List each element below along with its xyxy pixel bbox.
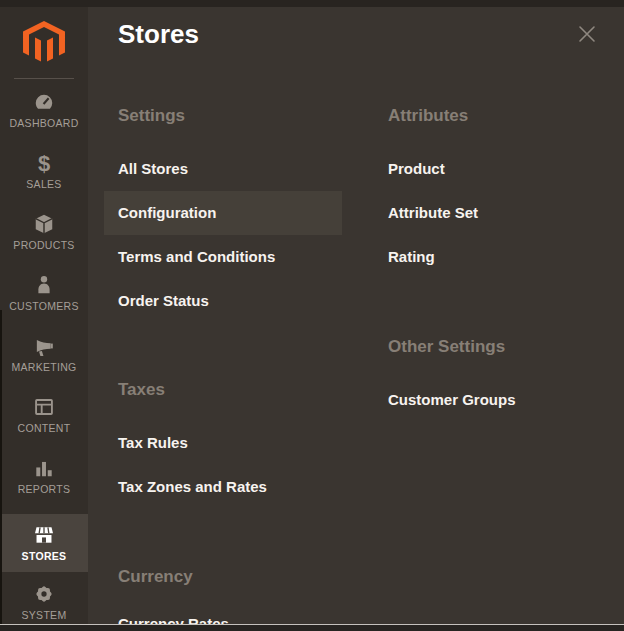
person-icon [33, 274, 55, 296]
bar-chart-icon [33, 457, 55, 479]
magento-logo[interactable] [21, 20, 67, 64]
sidebar-item-customers[interactable]: CUSTOMERS [0, 263, 88, 323]
group-item-list: All Stores Configuration Terms and Condi… [104, 147, 342, 323]
sidebar-item-label: MARKETING [11, 361, 76, 373]
group-item-list: Customer Groups [374, 378, 612, 422]
sidebar-item-label: CONTENT [18, 422, 71, 434]
sidebar-item-label: SYSTEM [22, 609, 67, 621]
gear-icon [33, 583, 55, 605]
megaphone-icon [33, 335, 55, 357]
group-attributes: Attributes Product Attribute Set Rating [374, 99, 612, 279]
group-title: Currency [104, 560, 342, 594]
group-title: Taxes [104, 373, 342, 407]
flyout-title: Stores [118, 17, 199, 51]
sidebar-divider [14, 78, 74, 79]
sidebar-item-label: SALES [26, 178, 61, 190]
menu-item-attribute-set[interactable]: Attribute Set [374, 191, 612, 235]
sidebar-item-label: CUSTOMERS [9, 300, 79, 312]
group-item-list: Tax Rules Tax Zones and Rates [104, 421, 342, 509]
group-title: Settings [104, 99, 342, 133]
sidebar-item-sales[interactable]: $ SALES [0, 141, 88, 201]
group-currency: Currency Currency Rates [104, 560, 342, 631]
menu-item-all-stores[interactable]: All Stores [104, 147, 342, 191]
sidebar-item-label: DASHBOARD [9, 117, 78, 129]
sidebar-item-stores[interactable]: STORES [0, 514, 88, 572]
menu-item-order-status[interactable]: Order Status [104, 279, 342, 323]
sidebar-item-label: STORES [22, 550, 67, 562]
menu-item-customer-groups[interactable]: Customer Groups [374, 378, 612, 422]
magento-logo-icon [23, 21, 65, 63]
menu-item-rating[interactable]: Rating [374, 235, 612, 279]
group-taxes: Taxes Tax Rules Tax Zones and Rates [104, 373, 342, 509]
page-bottom-edge [0, 624, 624, 631]
menu-item-product[interactable]: Product [374, 147, 612, 191]
top-header-strip [0, 0, 624, 7]
stores-flyout-menu: Stores Settings All Stores Configuration… [88, 7, 624, 631]
storefront-icon [33, 524, 55, 546]
box-icon [33, 213, 55, 235]
group-item-list: Product Attribute Set Rating [374, 147, 612, 279]
close-button[interactable] [574, 21, 600, 47]
menu-item-terms-and-conditions[interactable]: Terms and Conditions [104, 235, 342, 279]
menu-item-tax-rules[interactable]: Tax Rules [104, 421, 342, 465]
menu-item-configuration[interactable]: Configuration [104, 191, 342, 235]
sidebar-item-system[interactable]: SYSTEM [0, 572, 88, 631]
sidebar-item-reports[interactable]: REPORTS [0, 446, 88, 506]
window-left-edge [0, 310, 2, 624]
sidebar-item-marketing[interactable]: MARKETING [0, 324, 88, 384]
group-other-settings: Other Settings Customer Groups [374, 330, 612, 422]
svg-text:$: $ [38, 152, 50, 174]
sidebar-item-products[interactable]: PRODUCTS [0, 202, 88, 262]
layout-icon [33, 396, 55, 418]
admin-sidebar: DASHBOARD $ SALES PRODUCTS CUSTOMERS MAR… [0, 7, 88, 631]
sidebar-item-label: PRODUCTS [13, 239, 74, 251]
dollar-icon: $ [33, 152, 55, 174]
menu-item-tax-zones-and-rates[interactable]: Tax Zones and Rates [104, 465, 342, 509]
close-icon [574, 21, 600, 47]
group-title: Other Settings [374, 330, 612, 364]
group-title: Attributes [374, 99, 612, 133]
sidebar-item-dashboard[interactable]: DASHBOARD [0, 80, 88, 140]
group-settings: Settings All Stores Configuration Terms … [104, 99, 342, 323]
sidebar-item-content[interactable]: CONTENT [0, 385, 88, 445]
sidebar-item-label: REPORTS [18, 483, 71, 495]
dashboard-gauge-icon [33, 91, 55, 113]
